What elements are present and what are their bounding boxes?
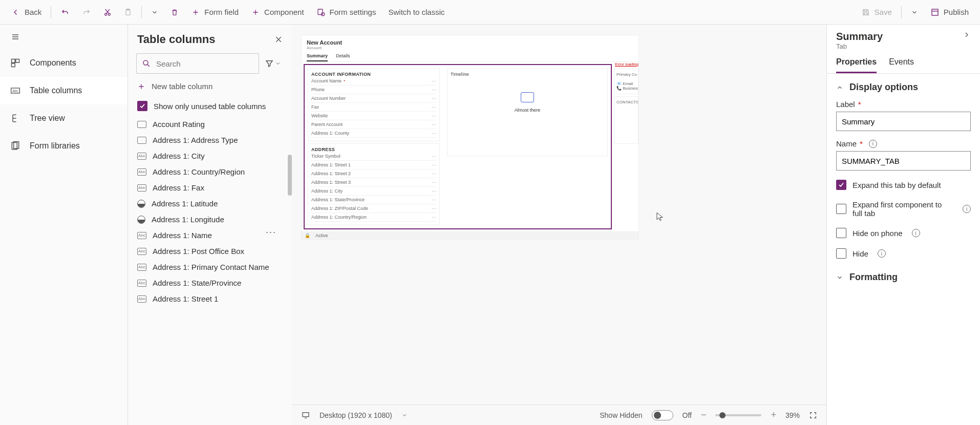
form-field-row[interactable]: Address 1: Street 2---	[311, 169, 436, 178]
selected-element-type: Tab	[836, 42, 883, 50]
column-item[interactable]: AbcAddress 1: Fax	[128, 180, 290, 196]
column-item[interactable]: Address 1: Longitude	[128, 211, 290, 227]
save-dropdown-button[interactable]	[906, 4, 923, 21]
hamburger-button[interactable]	[0, 25, 127, 49]
switch-label: Switch to classic	[388, 8, 444, 16]
switch-classic-button[interactable]: Switch to classic	[383, 4, 450, 21]
column-label: Address 1: State/Province	[153, 279, 241, 287]
search-input-wrapper	[136, 53, 259, 74]
columns-panel-title: Table columns	[137, 33, 215, 46]
zoom-out-button[interactable]: −	[701, 410, 707, 420]
column-item[interactable]: AbcAddress 1: State/Province	[128, 275, 290, 291]
column-item[interactable]: AbcAddress 1: City	[128, 148, 290, 164]
chevron-down-button[interactable]	[146, 4, 163, 21]
unused-label: Show only unused table columns	[154, 102, 266, 111]
form-field-row[interactable]: Address 1: City---	[311, 187, 436, 196]
nav-item-components[interactable]: Components	[0, 49, 127, 77]
error-loading-link[interactable]: Error loading	[614, 62, 638, 67]
fit-to-screen-button[interactable]	[809, 411, 817, 419]
tab-summary[interactable]: Summary	[307, 53, 328, 61]
column-item[interactable]: AbcAddress 1: Post Office Box	[128, 243, 290, 259]
column-item[interactable]: AbcAddress 1: Street 1	[128, 291, 290, 307]
svg-text:Abc: Abc	[12, 89, 18, 93]
chevron-down-icon[interactable]	[401, 412, 408, 418]
add-component-button[interactable]: Component	[246, 4, 309, 21]
unused-columns-toggle[interactable]: Show only unused table columns	[128, 96, 292, 116]
add-form-field-button[interactable]: Form field	[186, 4, 244, 21]
nav-item-table-columns[interactable]: Abc Table columns	[0, 77, 127, 104]
tab-details[interactable]: Details	[336, 53, 350, 61]
device-label[interactable]: Desktop (1920 x 1080)	[319, 411, 392, 419]
save-button[interactable]: Save	[856, 4, 897, 21]
column-label: Address 1: Country/Region	[153, 167, 245, 176]
hide-label: Hide	[853, 249, 868, 258]
display-options-section-toggle[interactable]: Display options	[827, 74, 980, 96]
form-field-row[interactable]: Website---	[311, 112, 436, 120]
info-icon[interactable]: i	[878, 249, 886, 258]
new-table-column-button[interactable]: New table column	[128, 77, 292, 96]
column-item[interactable]: Address 1: Address Type	[128, 132, 290, 148]
column-item[interactable]: AbcAddress 1: Primary Contact Name	[128, 259, 290, 275]
svg-rect-4	[318, 9, 323, 15]
column-label: Address 1: Post Office Box	[153, 247, 244, 256]
columns-list[interactable]: Account Rating Address 1: Address Type A…	[128, 116, 292, 425]
nav-item-tree-view[interactable]: Tree view	[0, 104, 127, 132]
paste-button[interactable]	[119, 4, 137, 21]
form-field-row[interactable]: Address 1: Country/Region---	[311, 213, 436, 222]
form-field-row[interactable]: Address 1: Street 1---	[311, 161, 436, 169]
name-input[interactable]	[836, 151, 971, 171]
hide-checkbox[interactable]: Hide i	[827, 243, 980, 264]
form-field-row[interactable]: Address 1: State/Province---	[311, 196, 436, 204]
search-input[interactable]	[156, 59, 253, 68]
label-input[interactable]	[836, 112, 971, 131]
form-field-row[interactable]: Account Number---	[311, 94, 436, 103]
filter-button[interactable]	[262, 53, 284, 74]
column-item[interactable]: Account Rating	[128, 116, 290, 132]
form-field-row[interactable]: Ticker Symbol---	[311, 152, 436, 161]
form-field-row[interactable]: Account Name *---	[311, 77, 436, 86]
form-field-row[interactable]: Fax---	[311, 103, 436, 112]
monitor-icon	[301, 411, 310, 419]
properties-tab[interactable]: Properties	[836, 57, 877, 73]
collapse-panel-button[interactable]	[963, 31, 971, 39]
info-icon[interactable]: i	[869, 140, 877, 148]
expand-default-checkbox[interactable]: Expand this tab by default	[827, 175, 980, 195]
delete-button[interactable]	[165, 4, 184, 21]
text-type-icon: Abc	[137, 248, 146, 255]
events-tab[interactable]: Events	[889, 57, 914, 73]
expand-first-checkbox[interactable]: Expand first component to full tab i	[827, 195, 980, 223]
form-field-row[interactable]: Address 1: County---	[311, 129, 436, 138]
zoom-in-button[interactable]: +	[771, 410, 776, 420]
form-settings-button[interactable]: Form settings	[311, 4, 381, 21]
info-icon[interactable]: i	[963, 205, 971, 213]
publish-label: Publish	[944, 8, 969, 16]
column-item[interactable]: AbcAddress 1: Country/Region	[128, 164, 290, 180]
back-button[interactable]: Back	[6, 4, 47, 21]
form-field-row[interactable]: Address 1: ZIP/Postal Code---	[311, 204, 436, 213]
form-field-row[interactable]: Phone---	[311, 86, 436, 94]
undo-button[interactable]	[55, 4, 75, 21]
zoom-slider[interactable]	[715, 414, 761, 416]
components-icon	[10, 58, 20, 68]
publish-button[interactable]: Publish	[925, 4, 974, 21]
hide-phone-checkbox[interactable]: Hide on phone i	[827, 223, 980, 243]
formatting-section-toggle[interactable]: Formatting	[827, 264, 980, 286]
cut-button[interactable]	[98, 4, 117, 21]
redo-button[interactable]	[77, 4, 96, 21]
column-label: Address 1: Longitude	[152, 215, 224, 224]
scrollbar-thumb[interactable]	[288, 155, 292, 196]
column-item[interactable]: Address 1: Latitude	[128, 196, 290, 211]
form-field-row[interactable]: Parent Account---	[311, 120, 436, 129]
text-type-icon: Abc	[137, 168, 146, 176]
show-hidden-toggle[interactable]	[652, 410, 673, 420]
divider	[901, 6, 902, 18]
column-label: Address 1: Name	[153, 231, 212, 240]
checkbox-icon	[836, 228, 846, 238]
close-panel-button[interactable]	[274, 35, 283, 44]
info-icon[interactable]: i	[912, 229, 920, 237]
form-preview[interactable]: New Account Account Summary Details ACCO…	[301, 35, 639, 240]
section-title: ADDRESS	[311, 147, 436, 152]
nav-item-form-libraries[interactable]: Form libraries	[0, 132, 127, 160]
more-options-icon[interactable]: ···	[266, 227, 276, 238]
form-field-row[interactable]: Address 1: Street 3---	[311, 178, 436, 187]
